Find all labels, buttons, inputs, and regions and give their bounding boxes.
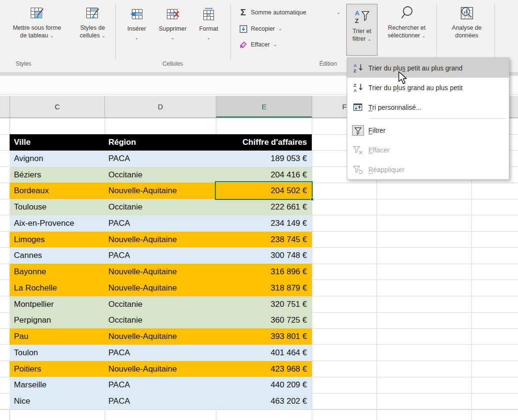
cell-region[interactable]: Occitanie — [105, 296, 216, 313]
cell-ca[interactable]: 300 748 € — [216, 247, 312, 264]
cell-ca[interactable]: 222 661 € — [216, 199, 312, 215]
cell-region[interactable]: PACA — [105, 151, 216, 167]
cell-ca[interactable]: 360 725 € — [216, 312, 312, 328]
fill-button[interactable]: Recopier ⌄ — [238, 23, 315, 35]
cell-region[interactable]: Nouvelle-Aquitaine — [105, 264, 216, 280]
cell-ca[interactable]: 423 968 € — [216, 361, 312, 377]
cell-region[interactable]: PACA — [105, 247, 216, 264]
format-cells-button[interactable]: Format ⌄ — [194, 4, 224, 40]
cell-region[interactable]: PACA — [105, 345, 216, 361]
styles-group-label: Styles — [2, 59, 45, 68]
cell-ca[interactable]: 401 464 € — [216, 345, 312, 361]
sort-filter-menu: A Z Trier du plus petit au plus grand Z … — [347, 58, 509, 180]
cell-ca[interactable]: 320 751 € — [216, 296, 312, 313]
table-row[interactable]: MontpellierOccitanie320 751 € — [10, 296, 312, 313]
table-row[interactable]: ToulonPACA401 464 € — [10, 345, 312, 361]
cell-ville[interactable]: Montpellier — [10, 296, 105, 313]
cell-ville[interactable]: Poitiers — [10, 361, 105, 377]
cell-ca[interactable]: 393 801 € — [216, 328, 312, 345]
table-row[interactable]: CannesPACA300 748 € — [10, 247, 312, 264]
cell-region[interactable]: PACA — [105, 215, 216, 232]
cell-ca[interactable]: 318 879 € — [216, 280, 312, 296]
cell-ville[interactable]: Toulon — [10, 345, 105, 361]
table-row[interactable]: PerpignanOccitanie360 725 € — [10, 312, 312, 328]
menu-item-reapply-filter: Réappliquer — [347, 160, 509, 179]
cell-ville[interactable]: Toulouse — [10, 199, 105, 215]
column-header-d[interactable]: D — [105, 96, 216, 117]
menu-item-sort-ascending[interactable]: A Z Trier du plus petit au plus grand — [347, 58, 509, 78]
cell-styles-label-2: cellules ⌄ — [80, 32, 106, 39]
cell-region[interactable]: PACA — [105, 393, 216, 409]
cell-region[interactable]: Occitanie — [105, 312, 216, 328]
column-header-e-selected[interactable]: E — [216, 96, 312, 117]
cell-ville[interactable]: Marseille — [10, 377, 105, 393]
table-row[interactable]: PauNouvelle-Aquitaine393 801 € — [10, 328, 312, 345]
cell-ville[interactable]: Béziers — [10, 167, 105, 183]
insert-cells-button[interactable]: Insérer ⌄ — [121, 4, 152, 40]
find-select-button[interactable]: Rechercher et sélectionner ⌄ — [379, 3, 435, 39]
cell-ville[interactable]: La Rochelle — [10, 280, 105, 296]
menu-separator — [370, 118, 506, 119]
clear-button[interactable]: Effacer ⌄ — [238, 38, 315, 51]
table-row[interactable]: NicePACA463 202 € — [10, 393, 312, 409]
analyze-data-label-2: données — [455, 32, 478, 39]
menu-item-sort-descending[interactable]: Z A Trier du plus grand au plus petit — [347, 78, 509, 97]
cell-ca[interactable]: 238 745 € — [216, 232, 312, 248]
cell-region[interactable]: Nouvelle-Aquitaine — [105, 183, 216, 199]
cell-region[interactable]: Occitanie — [105, 167, 216, 183]
cell-region[interactable]: PACA — [105, 377, 216, 393]
table-row[interactable]: PoitiersNouvelle-Aquitaine423 968 € — [10, 361, 312, 377]
active-cell-selection[interactable] — [215, 181, 313, 200]
filter-icon — [347, 125, 368, 136]
cell-ville[interactable]: Avignon — [10, 151, 105, 167]
cell-ca[interactable]: 440 209 € — [216, 377, 312, 393]
cell-ville[interactable]: Bordeaux — [10, 183, 105, 199]
menu-item-label: Trier du plus grand au plus petit — [368, 84, 462, 92]
table-row[interactable]: MarseillePACA440 209 € — [10, 377, 312, 393]
menu-item-label: Effacer — [368, 146, 389, 154]
cell-region[interactable]: Nouvelle-Aquitaine — [105, 361, 216, 377]
delete-cells-label: Supprimer — [159, 25, 187, 33]
table-header-row[interactable]: Ville Région Chiffre d'affaires — [10, 134, 312, 151]
insert-cells-icon — [130, 4, 144, 25]
chevron-down-icon: ⌄ — [422, 33, 425, 38]
menu-item-filter[interactable]: Filtrer — [347, 120, 509, 140]
cell-styles-icon — [85, 3, 100, 24]
cell-styles-button[interactable]: Styles de cellules ⌄ — [73, 3, 112, 39]
delete-cells-button[interactable]: Supprimer ⌄ — [154, 4, 191, 40]
cell-ville[interactable]: Pau — [10, 328, 105, 345]
cell-ville[interactable]: Limoges — [10, 232, 105, 248]
table-row[interactable]: BayonneNouvelle-Aquitaine316 896 € — [10, 264, 312, 280]
analyze-data-button[interactable]: Analyse de données — [439, 3, 494, 39]
autosum-button[interactable]: Σ Somme automatique ⌄ — [238, 6, 344, 19]
svg-text:Z: Z — [353, 82, 356, 88]
cells-group-label: Cellules — [144, 59, 201, 68]
column-header-c[interactable]: C — [10, 96, 105, 117]
format-as-table-label-1: Mettre sous forme — [13, 24, 61, 32]
cell-region[interactable]: Nouvelle-Aquitaine — [105, 328, 216, 345]
sort-filter-button[interactable]: A Z Trier et filtrer ⌄ — [346, 4, 377, 56]
cell-ville[interactable]: Bayonne — [10, 264, 105, 280]
cell-ca[interactable]: 316 896 € — [216, 264, 312, 280]
svg-text:A: A — [355, 10, 360, 17]
cell-ville[interactable]: Perpignan — [10, 312, 105, 328]
cell-ca[interactable]: 204 416 € — [216, 167, 312, 183]
table-row[interactable]: AvignonPACA189 053 € — [10, 151, 312, 167]
fill-handle[interactable] — [310, 198, 314, 201]
menu-item-custom-sort[interactable]: Tri personnalisé... — [347, 97, 509, 117]
cell-region[interactable]: Nouvelle-Aquitaine — [105, 232, 216, 248]
cell-region[interactable]: Occitanie — [105, 199, 216, 215]
cell-ca[interactable]: 189 053 € — [216, 151, 312, 167]
cell-ca[interactable]: 234 149 € — [216, 215, 312, 232]
cell-ville[interactable]: Aix-en-Provence — [10, 215, 105, 232]
table-row[interactable]: La RochelleNouvelle-Aquitaine318 879 € — [10, 280, 312, 296]
cell-ville[interactable]: Nice — [10, 393, 105, 409]
cell-ville[interactable]: Cannes — [10, 247, 105, 264]
cell-region[interactable]: Nouvelle-Aquitaine — [105, 280, 216, 296]
table-row[interactable]: LimogesNouvelle-Aquitaine238 745 € — [10, 232, 312, 248]
table-row[interactable]: Aix-en-ProvencePACA234 149 € — [10, 215, 312, 232]
table-row[interactable]: ToulouseOccitanie222 661 € — [10, 199, 312, 215]
format-as-table-button[interactable]: Mettre sous forme de tableau ⌄ — [2, 3, 72, 39]
table-row[interactable]: BéziersOccitanie204 416 € — [10, 167, 312, 183]
cell-ca[interactable]: 463 202 € — [216, 393, 312, 409]
